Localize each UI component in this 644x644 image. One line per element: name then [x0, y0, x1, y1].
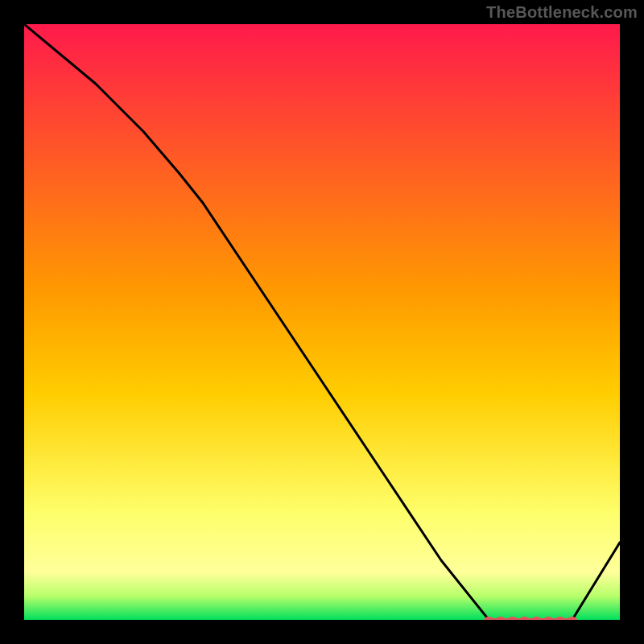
gradient-background [24, 24, 620, 620]
attribution-label: TheBottleneck.com [486, 3, 638, 22]
plot-area [24, 24, 620, 620]
chart-stage: TheBottleneck.com [0, 0, 644, 644]
chart-svg [24, 24, 620, 620]
